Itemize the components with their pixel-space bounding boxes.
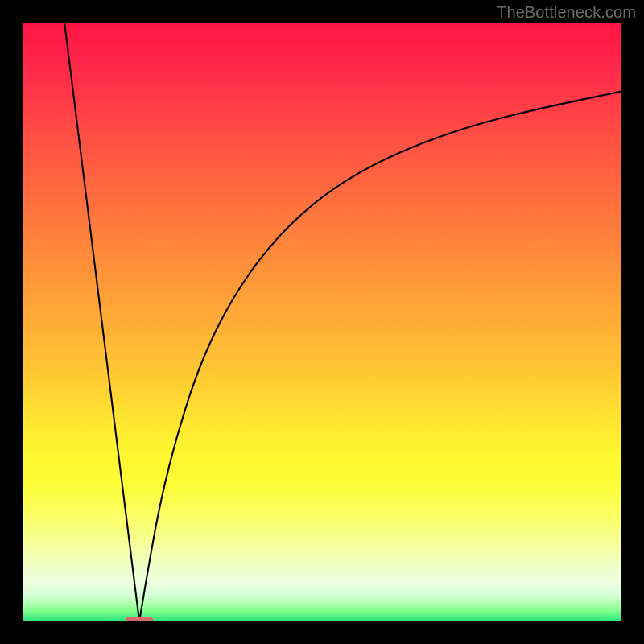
curve-svg bbox=[23, 23, 621, 621]
optimal-marker bbox=[125, 617, 154, 621]
watermark-text: TheBottleneck.com bbox=[497, 3, 636, 22]
chart-frame: TheBottleneck.com bbox=[0, 0, 644, 644]
bottleneck-curve-path bbox=[64, 23, 621, 621]
plot-area bbox=[23, 23, 621, 621]
